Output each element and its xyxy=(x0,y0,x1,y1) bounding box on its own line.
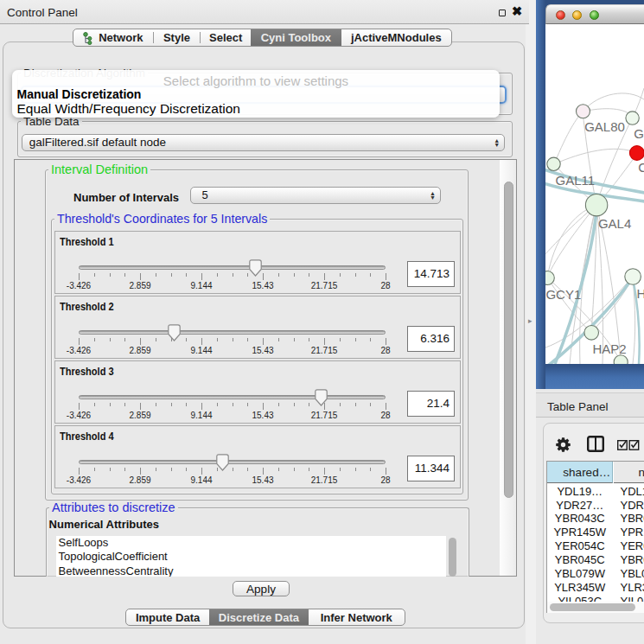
svg-text:GCY1: GCY1 xyxy=(545,287,581,302)
svg-text:GAL80: GAL80 xyxy=(584,119,625,134)
svg-text:HAP2: HAP2 xyxy=(592,341,626,356)
svg-text:GAL4: GAL4 xyxy=(598,216,631,231)
svg-text:GAL11: GAL11 xyxy=(556,173,596,188)
svg-text:C: C xyxy=(638,160,644,175)
svg-text:H: H xyxy=(636,286,644,301)
svg-text:G.: G. xyxy=(634,126,644,141)
